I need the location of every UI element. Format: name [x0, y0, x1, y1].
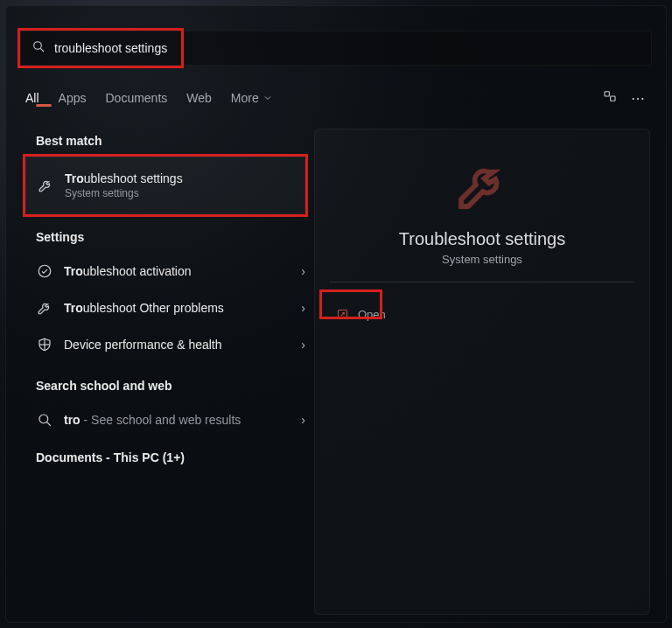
chevron-right-icon: ›: [301, 338, 305, 352]
search-row: [20, 31, 652, 66]
result-troubleshoot-settings[interactable]: Troubleshoot settings System settings: [25, 157, 305, 214]
preview-column: Troubleshoot settings System settings Op…: [314, 129, 666, 628]
chevron-right-icon: ›: [301, 264, 305, 278]
start-search-window: All Apps Documents Web More ⋯ Best match: [5, 5, 667, 623]
preview-title: Troubleshoot settings: [329, 229, 635, 249]
best-match-header: Best match: [36, 134, 314, 148]
annotation-highlight: [319, 290, 382, 319]
chevron-right-icon: ›: [301, 413, 305, 427]
svg-point-7: [39, 415, 48, 423]
best-match-wrap: Troubleshoot settings System settings: [25, 157, 305, 214]
search-box[interactable]: [20, 31, 652, 66]
divider: [329, 282, 635, 283]
wrench-icon: [451, 154, 514, 217]
svg-rect-2: [605, 92, 609, 96]
tab-all[interactable]: All: [25, 91, 39, 105]
result-title: Troubleshoot settings: [65, 171, 183, 185]
split-view-icon[interactable]: [603, 89, 617, 107]
search-input[interactable]: [54, 41, 640, 55]
result-title: Device performance & health: [64, 338, 222, 352]
wrench-icon: [36, 299, 53, 317]
tab-documents[interactable]: Documents: [105, 91, 167, 105]
result-title: tro - See school and web results: [64, 413, 241, 427]
search-icon: [36, 411, 53, 429]
tab-apps[interactable]: Apps: [59, 91, 87, 105]
svg-line-8: [47, 422, 51, 426]
wrench-icon: [37, 177, 54, 194]
result-title: Troubleshoot activation: [64, 264, 192, 278]
svg-point-4: [38, 265, 51, 277]
shield-icon: [36, 336, 53, 353]
settings-header: Settings: [36, 230, 314, 244]
result-device-performance[interactable]: Device performance & health ›: [25, 326, 314, 363]
result-title: Troubleshoot Other problems: [64, 301, 224, 315]
chevron-down-icon: [262, 93, 273, 103]
svg-rect-3: [611, 96, 615, 101]
preview-subtitle: System settings: [329, 253, 635, 266]
result-troubleshoot-other[interactable]: Troubleshoot Other problems ›: [25, 290, 314, 326]
chevron-right-icon: ›: [301, 301, 305, 315]
tabs: All Apps Documents Web More ⋯: [25, 85, 647, 111]
svg-point-0: [34, 42, 42, 50]
check-circle-icon: [36, 262, 53, 280]
search-icon: [32, 39, 46, 57]
result-web-search[interactable]: tro - See school and web results ›: [25, 401, 314, 438]
preview-card: Troubleshoot settings System settings Op…: [314, 129, 650, 615]
tab-web[interactable]: Web: [186, 91, 212, 105]
tab-more[interactable]: More: [231, 91, 273, 105]
tabs-right: ⋯: [603, 89, 647, 107]
documents-header: Documents - This PC (1+): [36, 450, 314, 464]
result-troubleshoot-activation[interactable]: Troubleshoot activation ›: [25, 253, 314, 290]
svg-line-1: [40, 48, 44, 52]
tab-more-label: More: [231, 91, 259, 105]
search-web-header: Search school and web: [36, 379, 314, 393]
result-subtitle: System settings: [65, 187, 183, 199]
active-tab-underline: [36, 104, 52, 107]
more-options-button[interactable]: ⋯: [631, 90, 647, 107]
results-column: Best match Troubleshoot settings System …: [6, 129, 314, 628]
main: Best match Troubleshoot settings System …: [6, 129, 666, 628]
